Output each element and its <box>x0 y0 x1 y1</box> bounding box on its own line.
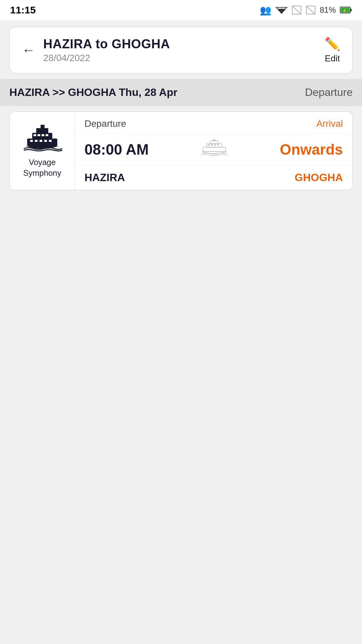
status-time: 11:15 <box>10 4 36 16</box>
svg-rect-19 <box>35 140 38 142</box>
svg-rect-28 <box>211 144 213 146</box>
arrival-column-label: Arrival <box>316 118 343 129</box>
svg-rect-30 <box>217 144 219 146</box>
svg-rect-12 <box>36 128 48 133</box>
header-info: HAZIRA to GHOGHA 28/04/2022 <box>43 37 170 63</box>
ferry-left-panel: Voyage Symphony <box>10 112 75 190</box>
ferry-times-row: 08:00 AM Onwards <box>75 134 352 165</box>
route-date: 28/04/2022 <box>43 53 170 63</box>
banner-departure-label: Departure <box>305 86 353 99</box>
teams-icon: 👥 <box>260 5 272 16</box>
svg-marker-0 <box>278 9 286 13</box>
ferry-column-headers: Departure Arrival <box>75 112 352 134</box>
signal-icon-1 <box>292 5 302 15</box>
svg-rect-13 <box>41 125 45 129</box>
svg-line-5 <box>306 6 315 14</box>
status-icons: 👥 81% ⚡ <box>260 5 352 16</box>
arrival-time: Onwards <box>280 141 343 158</box>
battery-icon: ⚡ <box>340 6 352 14</box>
header-left: ← HAZIRA to GHOGHA 28/04/2022 <box>22 37 170 63</box>
from-port: HAZIRA <box>84 171 125 184</box>
svg-rect-16 <box>42 134 44 136</box>
ship-graphic-icon <box>22 123 62 154</box>
wifi-icon <box>276 5 288 15</box>
route-banner: HAZIRA >> GHOGHA Thu, 28 Apr Departure <box>0 79 362 106</box>
signal-icon-2 <box>306 5 316 15</box>
route-title: HAZIRA to GHOGHA <box>43 37 170 51</box>
svg-rect-10 <box>27 139 57 146</box>
status-bar: 11:15 👥 81% ⚡ <box>0 0 362 20</box>
svg-rect-23 <box>203 147 226 152</box>
svg-rect-15 <box>38 134 40 136</box>
ferry-card[interactable]: Voyage Symphony Departure Arrival 08:00 … <box>9 111 353 190</box>
edit-label: Edit <box>325 53 340 64</box>
header-card: ← HAZIRA to GHOGHA 28/04/2022 ✏️ Edit <box>9 27 353 73</box>
edit-button[interactable]: ✏️ Edit <box>324 37 340 64</box>
edit-icon: ✏️ <box>324 37 340 51</box>
departure-time: 08:00 AM <box>84 141 149 158</box>
ship-name: Voyage Symphony <box>15 157 69 178</box>
svg-rect-14 <box>34 134 36 136</box>
svg-rect-18 <box>30 140 33 142</box>
back-button[interactable]: ← <box>22 43 35 58</box>
route-banner-text: HAZIRA >> GHOGHA Thu, 28 Apr <box>9 86 177 99</box>
svg-rect-29 <box>214 144 216 146</box>
svg-rect-26 <box>213 140 216 141</box>
departure-column-label: Departure <box>84 118 126 129</box>
svg-rect-7 <box>350 9 352 11</box>
svg-rect-21 <box>44 140 47 142</box>
svg-rect-17 <box>46 134 48 136</box>
svg-rect-20 <box>40 140 42 142</box>
svg-line-3 <box>292 6 301 14</box>
center-ship-icon <box>197 140 231 160</box>
battery-percentage: 81% <box>320 5 336 15</box>
svg-text:⚡: ⚡ <box>343 8 347 13</box>
to-port: GHOGHA <box>295 171 343 184</box>
svg-rect-22 <box>49 140 52 142</box>
svg-rect-27 <box>208 144 210 146</box>
ferry-ports-row: HAZIRA GHOGHA <box>75 165 352 190</box>
ferry-right-panel: Departure Arrival 08:00 AM Onwards <box>75 112 352 190</box>
